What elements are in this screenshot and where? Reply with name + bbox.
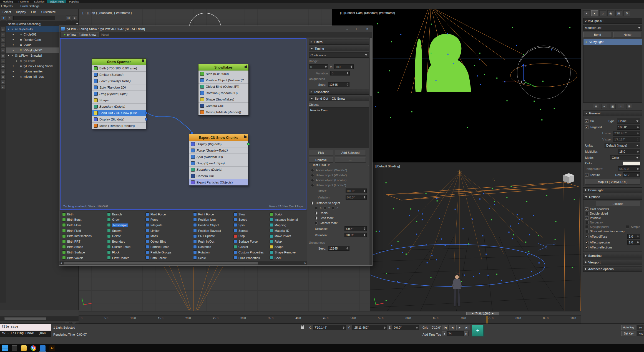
operator-row[interactable]: Drag (Speed | Spin) bbox=[92, 90, 146, 97]
below-local-radio[interactable] bbox=[311, 184, 314, 187]
output-port[interactable] bbox=[247, 143, 250, 145]
depot-item[interactable]: Birth Surface bbox=[62, 250, 92, 255]
depot-item[interactable]: Birth bbox=[62, 212, 92, 217]
display-filter-icon[interactable]: ◆ bbox=[1, 64, 5, 69]
affect-reflections-checkbox[interactable] bbox=[585, 246, 588, 249]
radial-radio[interactable] bbox=[315, 212, 318, 215]
depot-item[interactable]: Instance Material bbox=[270, 217, 298, 223]
command-panel-tab-icon[interactable]: ◐ bbox=[591, 10, 598, 16]
operator-row[interactable]: Position Object (Volume (C... bbox=[198, 77, 248, 83]
stack-tool-icon[interactable]: ⊕ bbox=[593, 104, 599, 109]
depot-item[interactable]: Position Object bbox=[193, 222, 221, 228]
color-swatch[interactable] bbox=[623, 161, 640, 165]
prev-frame-arrow[interactable]: ◄ bbox=[472, 312, 474, 315]
depot-item[interactable]: Mass bbox=[145, 233, 172, 239]
display-filter-icon[interactable]: ☀ bbox=[1, 48, 5, 53]
display-filter-icon[interactable]: ▤ bbox=[1, 69, 5, 74]
rollout-dome-light[interactable]: Dome light bbox=[583, 187, 642, 193]
depot-item[interactable]: Object Bind bbox=[145, 239, 172, 244]
timing-mode-dropdown[interactable]: Continuous bbox=[309, 52, 369, 58]
pick-button[interactable]: Pick bbox=[309, 150, 333, 155]
depot-item[interactable]: Resample bbox=[107, 222, 130, 228]
visibility-eye-icon[interactable]: ● bbox=[12, 70, 15, 72]
visibility-eye-icon[interactable]: ● bbox=[7, 28, 10, 30]
event-node-export-cu-snow-chunks[interactable]: Export CU Snow Chunks Display (Big dots) bbox=[189, 134, 248, 186]
new-flow-button[interactable]: [New] bbox=[101, 33, 109, 36]
skylight-portal-checkbox[interactable] bbox=[585, 225, 588, 228]
browser-icon[interactable] bbox=[40, 345, 46, 351]
depot-item[interactable]: Birth Flow bbox=[62, 222, 92, 228]
explorer-hscrollbar[interactable] bbox=[0, 316, 79, 320]
depot-item[interactable]: Integrate bbox=[145, 222, 172, 228]
type-dropdown[interactable]: Dome bbox=[617, 119, 640, 124]
store-irradiance-checkbox[interactable] bbox=[585, 230, 588, 233]
operator-row[interactable]: Spin (Random 3D) bbox=[92, 84, 146, 90]
depot-item[interactable]: Birth Voxels bbox=[62, 255, 92, 261]
viewport-top-label[interactable]: [ + ] [ Top ] [ Standard ] [ Wireframe ] bbox=[82, 11, 132, 14]
file-explorer-icon[interactable] bbox=[21, 345, 27, 351]
hscroll-thumb[interactable] bbox=[4, 317, 46, 320]
operator-row[interactable]: Spin (Random 3D) bbox=[189, 154, 248, 160]
playback-button[interactable]: ▶ bbox=[456, 325, 463, 330]
rollout-general[interactable]: General bbox=[583, 110, 642, 116]
visibility-eye-icon[interactable]: ● bbox=[12, 65, 15, 67]
viewcube-icon[interactable] bbox=[563, 173, 574, 183]
depot-item[interactable]: Flow Update bbox=[107, 255, 130, 261]
depot-item[interactable]: Cluster bbox=[233, 244, 264, 250]
units-dropdown[interactable]: Default (image) bbox=[605, 143, 640, 148]
depot-item[interactable]: Script bbox=[270, 212, 298, 217]
operator-row[interactable]: Object Bind (Object [P]) bbox=[198, 83, 248, 90]
timing-seed-field[interactable]: 12345 bbox=[328, 82, 349, 87]
specular-amount-field[interactable]: 1.0 bbox=[627, 240, 640, 245]
no-decay-checkbox[interactable] bbox=[585, 221, 588, 224]
operator-row[interactable]: Birth (0-0: 5000) bbox=[198, 71, 248, 77]
minimize-icon[interactable]: – bbox=[342, 26, 352, 32]
explorer-search-input[interactable] bbox=[13, 16, 55, 20]
rollout-timing[interactable]: Timing bbox=[309, 46, 369, 51]
ribbon-group-objects[interactable]: t Objects bbox=[1, 4, 12, 8]
depot-item[interactable]: Limiter bbox=[145, 228, 172, 233]
track-bar[interactable]: 05.010.015.020.025.030.035.040.045.050.0… bbox=[79, 316, 581, 323]
distance-variation-field[interactable]: 0'0.0" bbox=[344, 233, 367, 237]
depot-scroll-thumb[interactable] bbox=[64, 262, 258, 265]
sendout-seed-field[interactable]: 12345 bbox=[328, 246, 349, 251]
operator-row[interactable]: Emitter (Surface) bbox=[92, 71, 146, 78]
depot-item[interactable]: Position Raycast bbox=[193, 228, 221, 233]
depot-item[interactable]: Position Icon bbox=[193, 217, 221, 223]
texture-map-button[interactable]: Map #4 ( VRayHDRI ) bbox=[585, 179, 640, 185]
depot-item[interactable]: Birth Fluid bbox=[62, 228, 92, 233]
depot-item[interactable]: Surface Force bbox=[233, 239, 264, 244]
prev-frame-button[interactable]: ◀ bbox=[442, 331, 446, 336]
event-node-snow-spawner[interactable]: Snow Spawner Birth (-700-100: 0.9/frame) bbox=[92, 58, 146, 129]
start-button-icon[interactable] bbox=[2, 345, 8, 351]
depot-item[interactable]: Shell bbox=[270, 255, 298, 261]
explorer-settings-icon[interactable]: ⊞ bbox=[66, 16, 71, 21]
simple-checkbox[interactable] bbox=[626, 225, 629, 228]
v-size-field[interactable]: 1'7.124" bbox=[613, 137, 640, 142]
rollout-sampling[interactable]: Sampling bbox=[583, 253, 642, 258]
selection-lock-icon[interactable] bbox=[301, 325, 304, 329]
ribbon-tab[interactable]: Object Paint bbox=[47, 0, 66, 3]
operator-row[interactable]: Boundary (Delete) bbox=[189, 166, 248, 173]
viewport-perspective[interactable]: ] [Default Shading] bbox=[370, 162, 581, 311]
depot-item[interactable]: Shape Remove bbox=[270, 250, 298, 255]
panel-vscrollbar[interactable] bbox=[369, 37, 372, 265]
command-panel-tab-icon[interactable]: ◉ bbox=[607, 10, 614, 16]
visibility-eye-icon[interactable]: ● bbox=[12, 33, 15, 36]
depot-item[interactable]: Spin bbox=[233, 222, 264, 228]
depot-item[interactable]: Branch bbox=[107, 212, 130, 217]
rollout-test-action[interactable]: Test Action bbox=[309, 89, 369, 95]
rollout-filters[interactable]: Filters bbox=[309, 39, 369, 45]
axis-y-radio[interactable] bbox=[323, 207, 326, 210]
targeted-distance-field[interactable]: 168.0" bbox=[617, 125, 640, 130]
operator-row[interactable]: Rotation (Random 3D) bbox=[198, 90, 248, 96]
depot-item[interactable]: Fluid Properties bbox=[233, 255, 264, 261]
ribbon-tab[interactable]: Modeling bbox=[0, 0, 16, 3]
operator-row[interactable]: Display (Big dots) bbox=[189, 141, 248, 147]
visibility-eye-icon[interactable]: ● bbox=[7, 54, 10, 57]
greater-than-radio[interactable] bbox=[315, 222, 318, 225]
command-panel-tab-icon[interactable]: + bbox=[583, 10, 590, 16]
command-panel-tab-icon[interactable]: ⌂ bbox=[599, 10, 606, 16]
display-filter-icon[interactable]: ◈ bbox=[1, 80, 5, 84]
more-button[interactable]: ... bbox=[335, 157, 366, 163]
